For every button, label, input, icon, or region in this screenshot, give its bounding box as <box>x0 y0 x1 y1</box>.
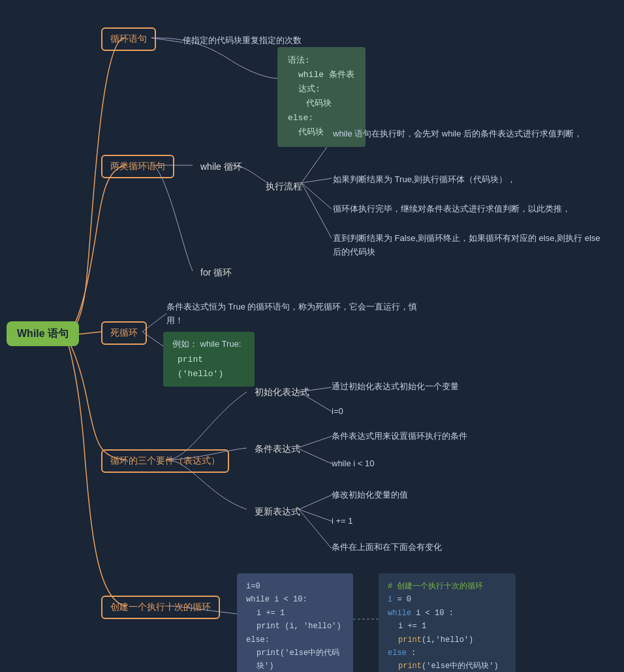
node-executionflow-label: 执行流程 <box>266 181 302 191</box>
desc-upd3: 条件在上面和在下面会有变化 <box>332 541 612 554</box>
upd-label-text: 更新表达式 <box>255 506 300 517</box>
syntax-line1: while 条件表达式: <box>298 68 355 97</box>
node-twotypes: 两类循环语句 <box>101 155 174 178</box>
dead-example-code: print ('hello') <box>178 353 245 381</box>
desc-while3: 循环体执行完毕，继续对条件表达式进行求值判断，以此类推， <box>333 202 607 216</box>
node-forloop-label: for 循环 <box>200 267 232 278</box>
code-box-right: # 创建一个执行十次的循环 i = 0 while i < 10 : i += … <box>379 573 516 672</box>
node-cond-label: 条件表达式 <box>247 439 308 460</box>
node-deadloop-label: 死循环 <box>110 327 138 338</box>
node-loopsentence-label: 循环语句 <box>110 33 147 44</box>
syntax-line3: else: <box>288 111 355 125</box>
node-upd-label: 更新表达式 <box>247 502 308 522</box>
cond-label-text: 条件表达式 <box>255 443 300 454</box>
node-whileloop-label: while 循环 <box>200 161 242 172</box>
node-twotypes-label: 两类循环语句 <box>110 161 165 171</box>
desc-init1: 通过初始化表达式初始化一个变量 <box>332 380 612 393</box>
node-executionflow: 执行流程 <box>258 176 310 197</box>
node-init-label: 初始化表达式 <box>247 382 317 403</box>
node-threeelements-label: 循环的三个要件（表达式） <box>110 455 220 466</box>
desc-cond1: 条件表达式用来设置循环执行的条件 <box>332 430 612 443</box>
syntax-line2: 代码块 <box>306 97 355 111</box>
node-deadloop: 死循环 <box>101 321 147 345</box>
root-node: While 语句 <box>7 321 79 346</box>
desc-while1: while 语句在执行时，会先对 while 后的条件表达式进行求值判断， <box>333 127 607 140</box>
root-label: While 语句 <box>17 328 69 339</box>
dead-example-label: 例如： while True: <box>172 337 245 351</box>
svg-line-0 <box>151 38 183 42</box>
desc-dead1: 条件表达式恒为 True 的循环语句，称为死循环，它会一直运行，慎用！ <box>166 300 421 328</box>
dead-example-box: 例如： while True: print ('hello') <box>163 332 255 387</box>
init-label-text: 初始化表达式 <box>255 387 309 397</box>
desc-upd1: 修改初始化变量的值 <box>332 488 612 502</box>
desc-loopsentence: 使指定的代码块重复指定的次数 <box>183 34 302 47</box>
node-loopsentence: 循环语句 <box>101 27 156 51</box>
node-threeelements: 循环的三个要件（表达式） <box>101 449 229 473</box>
desc-init2: i=0 <box>332 405 343 418</box>
code-box-left: i=0 while i < 10: i += 1 print (i, 'hell… <box>237 573 353 672</box>
desc-while4: 直到判断结果为 False,则循环终止，如果循环有对应的 else,则执行 el… <box>333 232 601 259</box>
desc-upd2: i += 1 <box>332 515 353 528</box>
node-forloop: for 循环 <box>193 263 240 283</box>
mindmap-container: While 语句 循环语句 使指定的代码块重复指定的次数 语法: while 条… <box>0 0 624 672</box>
syntax-title: 语法: <box>288 54 355 68</box>
desc-cond2: while i < 10 <box>332 457 374 470</box>
node-whileloop: while 循环 <box>193 157 250 178</box>
desc-while2: 如果判断结果为 True,则执行循环体（代码块）， <box>333 173 607 186</box>
node-createloop-label: 创建一个执行十次的循环 <box>110 601 211 612</box>
node-createloop: 创建一个执行十次的循环 <box>101 596 220 619</box>
